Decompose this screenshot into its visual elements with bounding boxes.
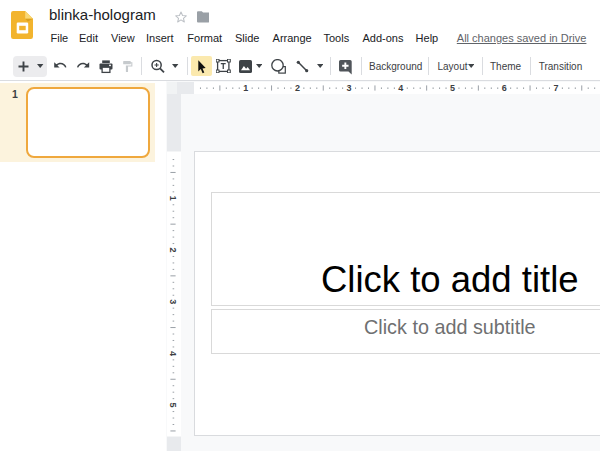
svg-text:4: 4: [168, 351, 178, 356]
svg-text:6: 6: [502, 83, 507, 93]
svg-text:2: 2: [168, 247, 178, 252]
svg-text:4: 4: [398, 83, 403, 93]
svg-text:2: 2: [295, 83, 300, 93]
svg-text:1: 1: [243, 83, 248, 93]
svg-text:5: 5: [450, 83, 455, 93]
svg-text:3: 3: [168, 299, 178, 304]
svg-text:1: 1: [168, 196, 178, 201]
svg-text:5: 5: [168, 403, 178, 408]
svg-text:3: 3: [347, 83, 352, 93]
svg-text:7: 7: [553, 83, 558, 93]
